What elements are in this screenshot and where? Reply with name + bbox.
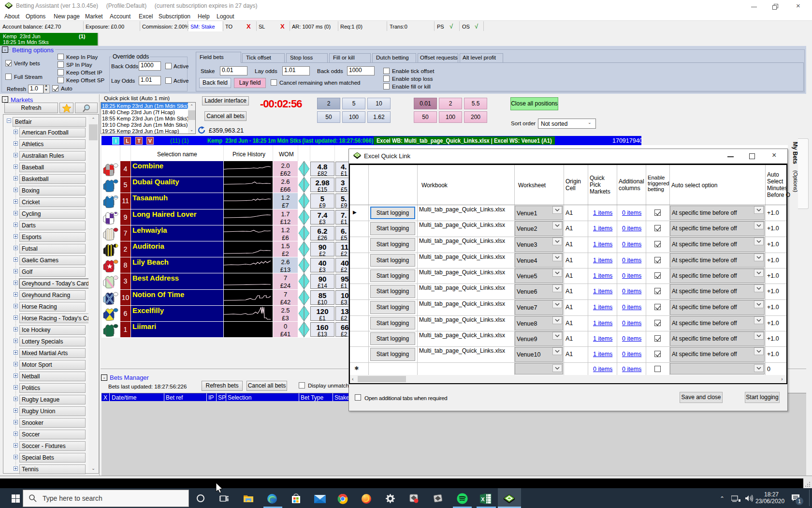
- svg-text:X: X: [481, 496, 485, 502]
